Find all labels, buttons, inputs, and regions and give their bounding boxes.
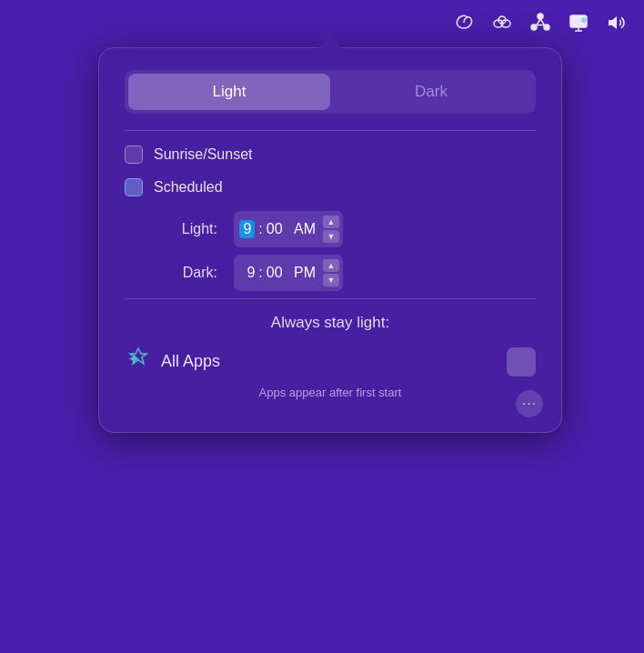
svg-point-5 (531, 25, 537, 30)
svg-line-6 (540, 19, 545, 25)
light-minutes-digit: 00 (267, 221, 283, 237)
menubar (0, 0, 644, 40)
always-stay-light-section: Always stay light: ✦ All Apps Apps appea… (125, 314, 536, 399)
all-apps-row: ✦ All Apps (125, 345, 536, 378)
scheduled-label: Scheduled (154, 179, 223, 196)
volume-icon[interactable] (604, 10, 629, 35)
svg-point-4 (544, 25, 549, 30)
divider-1 (125, 130, 536, 131)
svg-line-8 (537, 19, 540, 25)
dark-time-down-button[interactable]: ▼ (323, 274, 339, 286)
dark-time-stepper: ▲ ▼ (323, 258, 339, 287)
always-stay-light-label: Always stay light: (125, 314, 536, 332)
dark-ampm: PM (294, 265, 316, 281)
light-time-down-button[interactable]: ▼ (323, 230, 339, 243)
light-time-input[interactable]: 9 : 00 AM ▲ ▼ (234, 211, 343, 247)
time-section: Light: 9 : 00 AM ▲ ▼ Dark: 9 : 00 P (154, 211, 536, 291)
light-hour-digit: 9 (239, 220, 255, 238)
sunrise-sunset-checkbox[interactable] (125, 146, 143, 164)
dark-hour-digit: 9 (247, 265, 255, 281)
light-time-up-button[interactable]: ▲ (323, 216, 339, 228)
display-icon[interactable] (566, 10, 591, 35)
app-row-left: ✦ All Apps (125, 345, 220, 378)
dark-period (287, 265, 290, 281)
all-apps-icon: ✦ (125, 345, 152, 378)
svg-point-3 (538, 14, 543, 19)
dark-minutes-digit: 00 (267, 265, 283, 281)
pinwheel-icon[interactable] (528, 10, 553, 35)
light-colon: : (258, 221, 262, 237)
theme-toggle: Light Dark (125, 70, 536, 114)
dark-time-up-button[interactable]: ▲ (323, 259, 339, 272)
svg-text:✦: ✦ (127, 350, 141, 368)
scheduled-checkbox[interactable] (125, 178, 143, 196)
sunrise-sunset-label: Sunrise/Sunset (154, 146, 253, 163)
dark-time-row: Dark: 9 : 00 PM ▲ ▼ (154, 255, 536, 291)
dark-time-label: Dark: (154, 265, 217, 281)
spiral-icon[interactable] (451, 10, 477, 35)
dark-time-input[interactable]: 9 : 00 PM ▲ ▼ (234, 255, 343, 291)
more-options-button[interactable]: ··· (516, 390, 543, 417)
popup-panel: Light Dark Sunrise/Sunset Scheduled Ligh… (98, 47, 562, 433)
svg-point-12 (581, 17, 587, 23)
light-toggle-button[interactable]: Light (128, 74, 330, 110)
light-period (287, 221, 290, 237)
light-time-row: Light: 9 : 00 AM ▲ ▼ (154, 211, 536, 247)
all-apps-toggle-button[interactable] (507, 347, 536, 377)
dark-toggle-button[interactable]: Dark (330, 74, 532, 110)
scheduled-row: Scheduled (125, 178, 536, 196)
light-time-label: Light: (154, 221, 217, 237)
dark-colon: : (258, 265, 262, 281)
light-time-stepper: ▲ ▼ (323, 215, 339, 244)
sunrise-sunset-row: Sunrise/Sunset (125, 146, 536, 164)
apps-subtitle: Apps appear after first start (125, 386, 536, 399)
creative-cloud-icon[interactable] (489, 10, 515, 35)
light-ampm: AM (294, 221, 316, 237)
svg-marker-13 (609, 16, 617, 29)
divider-2 (125, 298, 536, 299)
all-apps-label: All Apps (161, 352, 220, 371)
